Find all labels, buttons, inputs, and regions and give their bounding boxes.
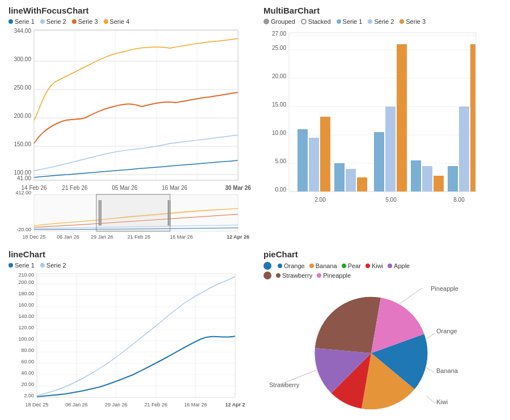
line-with-focus-svg: 344.00 300.00 250.00 200.00 150.00 100.0…	[8, 27, 246, 237]
legend-mb-label-serie1: Serie 1	[343, 18, 363, 25]
toggle-grouped-label: Grouped	[271, 18, 295, 25]
svg-rect-59	[374, 132, 384, 192]
toggle-grouped[interactable]: Grouped	[264, 18, 295, 25]
legend-mb-dot-serie3	[400, 19, 404, 24]
svg-text:05 Mar 26: 05 Mar 26	[112, 185, 137, 191]
svg-text:160.00: 160.00	[18, 302, 34, 308]
svg-text:21 Feb 26: 21 Feb 26	[144, 402, 168, 408]
pie-legend-strawberry: Strawberry	[276, 272, 312, 279]
pie-label-apple: Apple	[394, 262, 410, 269]
svg-text:200.00: 200.00	[18, 279, 34, 285]
legend-serie2: Serie 2	[40, 18, 66, 25]
pie-chart-title: pieChart	[264, 249, 502, 259]
legend-serie4: Serie 4	[104, 18, 130, 25]
pie-legend-orange-dot	[264, 262, 271, 270]
pie-chart-panel: pieChart Orange Banana Pear Kiwi	[255, 244, 510, 419]
svg-text:180.00: 180.00	[18, 291, 34, 296]
pie-label-banana: Banana	[316, 262, 337, 269]
line-with-focus-legend: Serie 1 Serie 2 Serie 3 Serie 4	[8, 18, 246, 25]
svg-text:Orange: Orange	[436, 328, 457, 334]
svg-text:21 Feb 26: 21 Feb 26	[128, 234, 151, 240]
svg-text:8.00: 8.00	[453, 197, 465, 203]
pie-dot-pear	[342, 264, 346, 268]
legend-lc-dot-serie1	[8, 263, 13, 268]
legend-mb-dot-serie1	[337, 19, 341, 24]
svg-text:29 Jan 26: 29 Jan 26	[105, 402, 128, 408]
svg-line-116	[426, 333, 435, 339]
svg-rect-66	[459, 107, 469, 192]
svg-text:200.00: 200.00	[14, 113, 31, 119]
legend-dot-serie2	[40, 19, 45, 24]
pie-label-pineapple: Pineapple	[323, 272, 351, 279]
toggle-stacked[interactable]: Stacked	[301, 18, 331, 25]
svg-text:06 Jan 26: 06 Jan 26	[65, 402, 88, 408]
svg-text:Banana: Banana	[436, 367, 458, 374]
svg-rect-64	[434, 176, 444, 192]
pie-dot-banana	[309, 264, 314, 268]
svg-text:120.00: 120.00	[18, 325, 34, 330]
legend-dot-serie4	[104, 19, 108, 24]
pie-legend-kiwi: Kiwi	[366, 262, 383, 269]
svg-text:16 Mar 26: 16 Mar 26	[184, 402, 207, 408]
pie-label-pear: Pear	[348, 262, 361, 269]
svg-text:60.00: 60.00	[21, 359, 34, 364]
svg-text:25.00: 25.00	[272, 45, 286, 51]
pie-label-kiwi: Kiwi	[372, 262, 383, 269]
pie-dot-pineapple	[317, 273, 321, 278]
pie-legend-apple: Apple	[388, 262, 410, 269]
line-with-focus-chart-panel: lineWithFocusChart Serie 1 Serie 2 Serie…	[0, 0, 255, 244]
svg-text:5.00: 5.00	[275, 158, 287, 164]
svg-text:-20.00: -20.00	[16, 227, 31, 232]
legend-lc-label-serie1: Serie 1	[15, 262, 35, 269]
svg-text:20.00: 20.00	[21, 381, 34, 387]
legend-mb-serie2: Serie 2	[368, 18, 394, 25]
legend-mb-label-serie2: Serie 2	[374, 18, 394, 25]
svg-rect-57	[346, 169, 356, 192]
toggle-stacked-label: Stacked	[308, 18, 331, 25]
pie-dot-kiwi	[366, 264, 370, 268]
legend-label-serie2: Serie 2	[46, 18, 66, 25]
svg-rect-67	[470, 44, 475, 192]
legend-serie3: Serie 3	[72, 18, 98, 25]
pie-label-orange: Orange	[284, 262, 305, 269]
svg-rect-58	[357, 177, 367, 192]
legend-lc-label-serie2: Serie 2	[46, 262, 66, 269]
svg-text:412.00: 412.00	[15, 190, 31, 196]
svg-text:2.00: 2.00	[24, 393, 34, 398]
legend-dot-serie3	[72, 19, 76, 24]
svg-line-118	[426, 396, 435, 403]
svg-text:18 Dec 25: 18 Dec 25	[25, 402, 48, 408]
toggle-grouped-circle	[264, 19, 269, 24]
legend-label-serie3: Serie 3	[78, 18, 98, 25]
svg-rect-63	[422, 166, 432, 192]
legend-mb-label-serie3: Serie 3	[406, 18, 426, 25]
pie-label-strawberry: Strawberry	[282, 272, 312, 279]
pie-legend-row2: Strawberry Pineapple	[264, 271, 502, 279]
svg-text:140.00: 140.00	[18, 313, 34, 319]
pie-legend-banana: Banana	[309, 262, 337, 269]
svg-text:21 Feb 26: 21 Feb 26	[62, 185, 87, 191]
line-chart-legend: Serie 1 Serie 2	[8, 262, 246, 269]
pie-legend-strawberry-big-dot	[264, 271, 271, 279]
svg-text:20.00: 20.00	[272, 73, 286, 79]
svg-text:40.00: 40.00	[21, 370, 34, 376]
pie-legend-pear: Pear	[342, 262, 361, 269]
line-chart-svg: 210.00 200.00 180.00 160.00 140.00 120.0…	[8, 271, 246, 418]
svg-text:100.00: 100.00	[18, 336, 34, 342]
svg-text:27.00: 27.00	[272, 31, 286, 37]
svg-rect-54	[309, 138, 319, 192]
svg-rect-108	[37, 274, 235, 397]
svg-text:30 Mar 26: 30 Mar 26	[225, 185, 251, 191]
svg-text:Kiwi: Kiwi	[436, 398, 448, 405]
svg-text:41.00: 41.00	[17, 175, 31, 181]
svg-text:12 Apr 26: 12 Apr 26	[227, 234, 249, 240]
svg-text:12 Apr 2: 12 Apr 2	[225, 402, 245, 408]
svg-rect-62	[411, 160, 421, 192]
svg-rect-56	[334, 163, 345, 192]
svg-text:210.00: 210.00	[18, 272, 34, 278]
line-with-focus-title: lineWithFocusChart	[8, 6, 246, 15]
legend-mb-serie3: Serie 3	[400, 18, 426, 25]
svg-text:5.00: 5.00	[385, 197, 397, 203]
pie-legend-large-dot-area	[264, 262, 273, 270]
svg-text:18 Dec 25: 18 Dec 25	[22, 234, 45, 240]
